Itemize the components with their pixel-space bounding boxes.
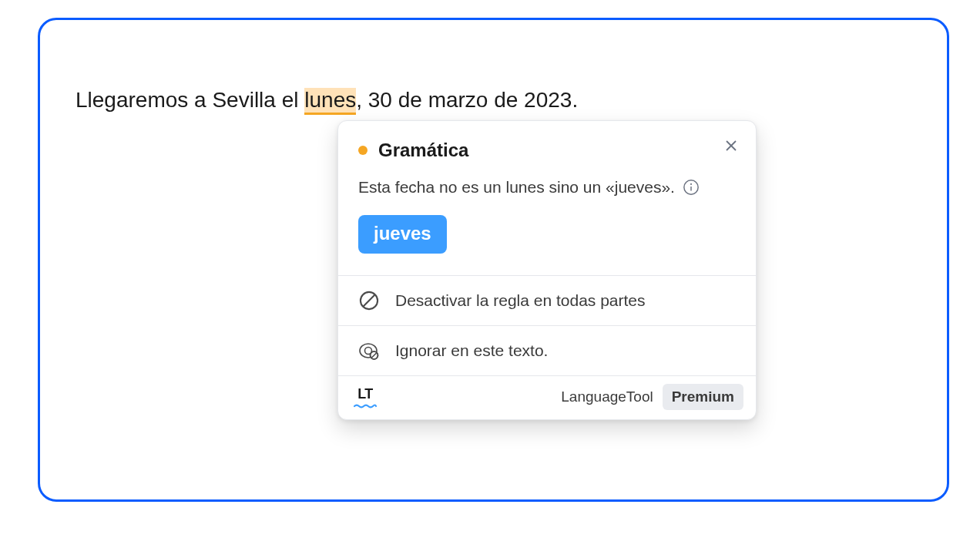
- lt-logo[interactable]: LT: [354, 386, 377, 409]
- lt-logo-text: LT: [357, 386, 373, 402]
- premium-badge[interactable]: Premium: [663, 384, 743, 410]
- suggestion-row: jueves: [338, 197, 756, 275]
- disable-icon: [358, 290, 380, 311]
- brand-link[interactable]: LanguageTool: [561, 388, 653, 405]
- ignore-text-label: Ignorar en este texto.: [395, 341, 548, 360]
- close-button[interactable]: [723, 138, 739, 153]
- sentence-after: , 30 de marzo de 2023.: [356, 88, 578, 112]
- highlighted-word[interactable]: lunes: [304, 88, 356, 115]
- suggestion-chip[interactable]: jueves: [358, 215, 447, 254]
- category-row: Gramática: [358, 140, 736, 161]
- editor-frame: Llegaremos a Sevilla el lunes, 30 de mar…: [38, 18, 949, 502]
- grammar-popup: Gramática Esta fecha no es un lunes sino…: [337, 120, 757, 420]
- category-dot-icon: [358, 146, 368, 155]
- sentence-before: Llegaremos a Sevilla el: [76, 88, 304, 112]
- svg-line-6: [363, 294, 375, 307]
- disable-rule-button[interactable]: Desactivar la regla en todas partes: [338, 275, 756, 325]
- ignore-text-button[interactable]: Ignorar en este texto.: [338, 325, 756, 375]
- close-icon: [725, 140, 737, 152]
- popup-header: Gramática: [338, 121, 756, 166]
- description-row: Esta fecha no es un lunes sino un «jueve…: [338, 166, 756, 197]
- info-icon[interactable]: [683, 179, 700, 196]
- ignore-icon: [358, 340, 380, 361]
- category-label: Gramática: [378, 140, 468, 161]
- disable-rule-label: Desactivar la regla en todas partes: [395, 291, 646, 310]
- wave-underline-icon: [354, 404, 377, 409]
- popup-footer: LT LanguageTool Premium: [338, 375, 756, 419]
- svg-point-3: [690, 183, 692, 185]
- description-text: Esta fecha no es un lunes sino un «jueve…: [358, 178, 675, 197]
- editor-text[interactable]: Llegaremos a Sevilla el lunes, 30 de mar…: [76, 85, 578, 115]
